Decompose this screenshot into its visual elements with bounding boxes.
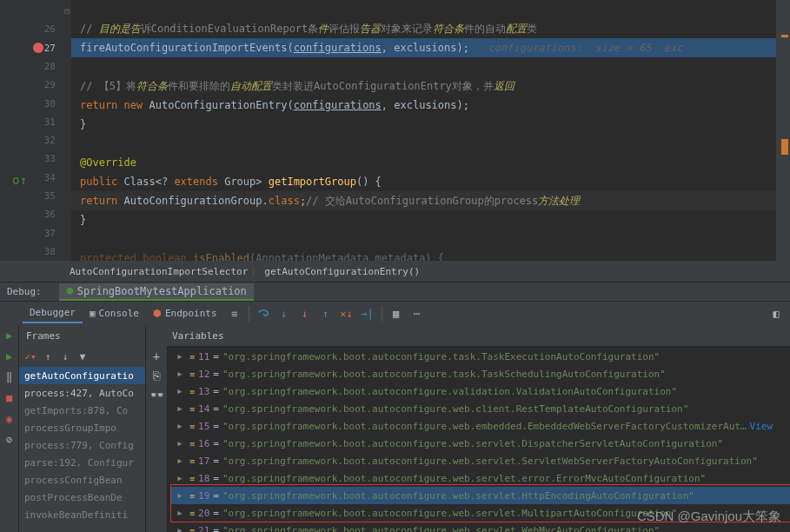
expand-arrow-icon[interactable]: ▶ [174, 509, 186, 517]
gutter-line[interactable]: 37 [0, 223, 71, 242]
threads-button[interactable]: ≡ [226, 305, 243, 323]
variables-header: Variables [146, 325, 790, 346]
gutter-line[interactable]: ⊟ [0, 2, 71, 20]
stop-button[interactable]: ■ [3, 391, 17, 405]
mute-breakpoints-button[interactable]: ⊘ [3, 433, 17, 447]
menu-icon[interactable] [781, 139, 788, 155]
frame-item[interactable]: process:779, Config [19, 436, 145, 454]
gutter-line[interactable]: 30 [0, 94, 71, 112]
breadcrumb-item[interactable]: getAutoConfigurationEntry() [264, 266, 420, 277]
drop-frame-button[interactable]: ✕↓ [338, 305, 355, 323]
variable-row[interactable]: ▶≡21 = "org.springframework.boot.autocon… [170, 522, 790, 532]
gutter-line[interactable]: o↑34 [0, 169, 71, 187]
frame-item[interactable]: processConfigBean [19, 471, 145, 489]
gutter-line[interactable]: 28 [0, 57, 71, 76]
expand-arrow-icon[interactable]: ▶ [174, 369, 186, 378]
thread-selector-button[interactable]: ✓▾ [23, 349, 38, 364]
field-icon: ≡ [189, 491, 195, 501]
inline-debug-hint: configurations: size = 65 exc [469, 42, 683, 54]
rerun-button[interactable]: ▶ [3, 329, 17, 342]
gutter-line[interactable]: 36 [0, 205, 71, 223]
expand-arrow-icon[interactable]: ▶ [174, 439, 186, 448]
endpoints-icon: ⬢ [153, 308, 162, 319]
tab-endpoints[interactable]: ⬢Endpoints [146, 304, 224, 323]
variable-row[interactable]: ▶≡20 = "org.springframework.boot.autocon… [170, 504, 790, 522]
expand-arrow-icon[interactable]: ▶ [174, 456, 186, 465]
override-marker-icon[interactable]: o↑ [12, 173, 21, 182]
frame-item[interactable]: parse:192, Configur [19, 454, 145, 471]
expand-arrow-icon[interactable]: ▶ [174, 474, 186, 482]
fold-icon[interactable]: ⊟ [64, 6, 70, 16]
frame-item[interactable]: getAutoConfiguratio [19, 367, 145, 384]
spring-boot-icon: ⬢ [66, 286, 74, 296]
frame-item[interactable]: invokeBeanDefiniti [19, 506, 145, 523]
debug-panels: ▶ ▶ ‖ ■ ◉ ⊘ Frames ✓▾ ↑ ↓ ▼ getAutoConfi… [0, 325, 790, 532]
step-out-button[interactable]: ↑ [317, 305, 335, 323]
frame-item[interactable]: process:427, AutoCo [19, 384, 145, 402]
glasses-icon[interactable]: 👓 [149, 388, 163, 402]
step-over-button[interactable] [255, 305, 272, 323]
variable-row[interactable]: ▶≡18 = "org.springframework.boot.autocon… [170, 469, 790, 487]
frame-item[interactable]: postProcessBeanDe [19, 489, 145, 506]
field-icon: ≡ [189, 456, 195, 466]
evaluate-expression-button[interactable]: ▦ [388, 305, 405, 323]
expand-arrow-icon[interactable]: ▶ [174, 387, 186, 396]
resume-button[interactable]: ▶ [3, 349, 17, 363]
var-value: "org.springframework.boot.autoconfigure.… [222, 403, 688, 415]
gutter-line[interactable]: 33 [0, 150, 71, 168]
step-into-button[interactable]: ↓ [276, 305, 293, 323]
variable-row[interactable]: ▶≡16 = "org.springframework.boot.autocon… [170, 435, 790, 452]
gutter-line[interactable]: 31 [0, 113, 71, 131]
variable-row[interactable]: ▶≡12 = "org.springframework.boot.autocon… [170, 365, 790, 382]
expand-arrow-icon[interactable]: ▶ [174, 491, 186, 500]
expand-arrow-icon[interactable]: ▶ [174, 404, 186, 413]
filter-frames-button[interactable]: ▼ [75, 349, 90, 364]
tab-console[interactable]: ▣Console [83, 304, 146, 323]
new-watch-button[interactable]: + [149, 349, 163, 363]
frames-header: Frames [19, 325, 145, 346]
gutter-line[interactable]: 26 [0, 20, 71, 38]
code-content[interactable]: // 目的是告诉ConditionEvaluationReport条件评估报告器… [71, 0, 790, 261]
variable-row[interactable]: ▶≡14 = "org.springframework.boot.autocon… [170, 400, 790, 417]
next-frame-button[interactable]: ↓ [57, 349, 73, 364]
frames-list[interactable]: getAutoConfiguratioprocess:427, AutoCoge… [19, 367, 145, 532]
run-to-cursor-button[interactable]: →| [359, 305, 376, 323]
var-value: "org.springframework.boot.autoconfigure.… [222, 386, 677, 397]
variables-list[interactable]: ▶≡11 = "org.springframework.boot.autocon… [146, 346, 790, 532]
expand-arrow-icon[interactable]: ▶ [174, 526, 186, 532]
layout-settings-button[interactable]: ◧ [767, 305, 785, 323]
prev-frame-button[interactable]: ↑ [40, 349, 56, 364]
current-execution-line: fireAutoConfigurationImportEvents(config… [71, 38, 790, 57]
gutter-line[interactable]: 32 [0, 131, 71, 150]
frame-item[interactable]: processGroupImpo [19, 419, 145, 436]
gutter-line-breakpoint[interactable]: 27 [0, 39, 71, 57]
breadcrumb-item[interactable]: AutoConfigurationImportSelector [70, 266, 248, 277]
debug-toolbar: Debugger ▣Console ⬢Endpoints ≡ ↓ ↓ ↑ ✕↓ … [0, 301, 790, 325]
pause-button[interactable]: ‖ [3, 370, 17, 384]
field-icon: ≡ [189, 369, 195, 379]
variable-row[interactable]: ▶≡11 = "org.springframework.boot.autocon… [170, 348, 790, 365]
expand-arrow-icon[interactable]: ▶ [174, 352, 186, 361]
variable-row[interactable]: ▶≡17 = "org.springframework.boot.autocon… [170, 452, 790, 469]
expand-arrow-icon[interactable]: ▶ [174, 422, 186, 430]
frames-panel: Frames ✓▾ ↑ ↓ ▼ getAutoConfiguratioproce… [19, 325, 146, 532]
force-step-into-button[interactable]: ↓ [296, 305, 314, 323]
gutter-line[interactable]: 29 [0, 76, 71, 94]
variable-row[interactable]: ▶≡13 = "org.springframework.boot.autocon… [170, 382, 790, 400]
variable-row[interactable]: ▶≡15 = "org.springframework.boot.autocon… [170, 417, 790, 435]
run-configuration-tab[interactable]: ⬢ SpringBootMytestApplication [59, 283, 254, 301]
frames-toolbar: ✓▾ ↑ ↓ ▼ [19, 346, 145, 367]
more-button[interactable]: ⋯ [408, 305, 426, 323]
gutter-line[interactable]: 38 [0, 243, 71, 261]
gutter-line[interactable]: 35 [0, 187, 71, 205]
view-breakpoints-button[interactable]: ◉ [3, 412, 17, 426]
tab-debugger[interactable]: Debugger [23, 303, 83, 323]
warning-stripe-icon[interactable] [781, 35, 788, 37]
view-link[interactable]: View [750, 421, 773, 432]
error-stripe-gutter[interactable] [776, 0, 790, 261]
variable-row[interactable]: ▶≡19 = "org.springframework.boot.autocon… [170, 487, 790, 504]
frame-item[interactable]: getImports:878, Co [19, 402, 145, 419]
line-number: 34 [44, 172, 56, 183]
breakpoint-icon[interactable] [33, 43, 43, 53]
copy-button[interactable]: ⎘ [149, 369, 163, 382]
